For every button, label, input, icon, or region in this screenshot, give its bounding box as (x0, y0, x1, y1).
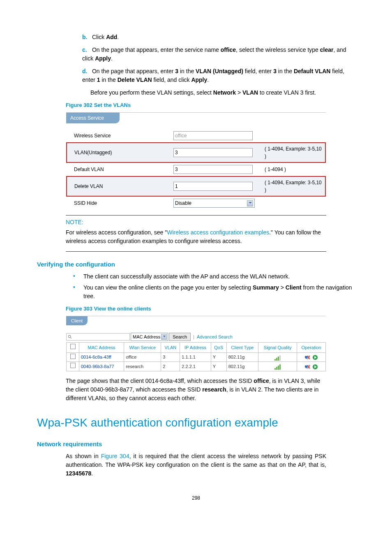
svg-point-0 (68, 335, 71, 338)
t: , select the wireless service type (236, 46, 320, 53)
col-wlan[interactable]: Wlan Service (124, 343, 161, 353)
t: For wireless access configuration, see " (66, 229, 167, 236)
select-all-checkbox[interactable] (70, 344, 76, 349)
b: 1 (97, 76, 100, 83)
divider (66, 215, 326, 216)
col-op[interactable]: Operation (297, 343, 326, 353)
step-marker: d. (82, 67, 90, 76)
row-label: VLAN(Untagged) (67, 143, 171, 162)
svg-line-1 (70, 337, 71, 338)
col-ctype[interactable]: Client Type (226, 343, 258, 353)
cell-ip: 2.2.2.1 (180, 362, 211, 371)
b: Apply (95, 55, 111, 62)
cell-svc: office (124, 352, 161, 362)
b: research (202, 386, 226, 393)
cell-vlan: 2 (161, 362, 180, 371)
default-vlan-input[interactable]: 3 (173, 165, 253, 174)
ordered-steps: b. Click Add. c. On the page that appear… (82, 33, 355, 84)
cell-type: 802.11g (226, 362, 258, 371)
advanced-search-link[interactable]: Advanced Search (197, 334, 233, 341)
b: 3 (273, 68, 277, 74)
figure-303-caption: Figure 303 View the online clients (66, 305, 355, 313)
verify-list: The client can successfully associate wi… (73, 272, 355, 301)
table-row: 0014-6c8a-43ff office 3 1.1.1.1 Y 802.11… (67, 352, 326, 362)
t: . (111, 55, 113, 62)
disconnect-icon[interactable] (304, 355, 310, 360)
t: field, and click (152, 76, 191, 83)
row-label: SSID Hide (67, 196, 171, 210)
svg-rect-2 (305, 356, 308, 358)
col-qos[interactable]: QoS (211, 343, 226, 353)
list-item: The client can successfully associate wi… (73, 272, 355, 281)
disconnect-icon[interactable] (304, 364, 310, 369)
chevron-down-icon (163, 336, 166, 337)
t: . (207, 76, 209, 83)
ssid-hide-select[interactable]: Disable (173, 199, 255, 208)
note-body: For wireless access configuration, see "… (66, 228, 326, 246)
search-input[interactable] (66, 333, 130, 341)
step-d-note: Before you perform these VLAN settings, … (90, 88, 355, 97)
row-checkbox[interactable] (70, 354, 76, 359)
row-checkbox[interactable] (70, 363, 76, 368)
search-button[interactable]: Search (169, 333, 191, 341)
figure-302: Access Service Wireless Service office V… (66, 112, 326, 210)
t: The page shows that the client 0014-6c8a… (66, 378, 254, 384)
step-marker: b. (82, 33, 90, 42)
cell-svc: research (124, 362, 161, 371)
divider (66, 251, 326, 252)
mac-link[interactable]: 0014-6c8a-43ff (81, 355, 111, 359)
t: in the (178, 68, 196, 74)
signal-icon (274, 354, 281, 361)
vlan-untagged-input[interactable]: 3 (173, 148, 253, 157)
mac-link[interactable]: 0040-96b3-8a77 (81, 364, 114, 369)
col-vlan[interactable]: VLAN (161, 343, 180, 353)
wireless-service-input[interactable]: office (173, 131, 253, 140)
t: On the page that appears, enter (92, 68, 175, 74)
step-b: b. Click Add. (82, 33, 355, 42)
delete-vlan-input[interactable]: 1 (173, 182, 253, 191)
col-ip[interactable]: IP Address (180, 343, 211, 353)
t: The client can successfully associate wi… (83, 273, 290, 280)
search-icon (68, 335, 72, 339)
b: VLAN (242, 89, 258, 96)
network-req-paragraph: As shown in Figure 304, it is required t… (66, 452, 326, 478)
t: > (236, 89, 242, 96)
search-field-select[interactable]: MAC Address (131, 333, 168, 341)
vlan-settings-table: Wireless Service office VLAN(Untagged) 3… (66, 129, 326, 210)
t: in the (277, 68, 294, 74)
t: . (91, 470, 93, 477)
list-item: You can view the online clients on the p… (73, 283, 355, 301)
step-text: Click (92, 34, 106, 40)
b: Summary (253, 284, 279, 291)
step-marker: c. (82, 46, 90, 54)
row-label: Delete VLAN (67, 176, 171, 196)
b: Default VLAN (294, 68, 330, 74)
row-hint: ( 1-4094, Example: 3-5,10 ) (262, 143, 325, 162)
b: VLAN (Untagged) (196, 68, 243, 74)
wpa-psk-heading: Wpa-PSK authentication configuration exa… (37, 414, 355, 431)
row-label: Wireless Service (67, 129, 171, 143)
cell-vlan: 3 (161, 352, 180, 362)
svg-rect-3 (306, 358, 307, 359)
step-bold: Add (106, 34, 117, 40)
refresh-icon[interactable] (312, 355, 318, 360)
wireless-examples-link[interactable]: Wireless access configuration examples (167, 229, 269, 236)
cell-type: 802.11g (226, 352, 258, 362)
figure-304-link[interactable]: Figure 304 (101, 453, 129, 459)
table-row: 0040-96b3-8a77 research 2 2.2.2.1 Y 802.… (67, 362, 326, 371)
b: Apply (191, 76, 207, 83)
t: field, enter (243, 68, 273, 74)
access-service-tab[interactable]: Access Service (66, 113, 120, 123)
col-mac[interactable]: MAC Address (79, 343, 124, 353)
client-table: MAC Address Wlan Service VLAN IP Address… (66, 342, 326, 371)
col-signal[interactable]: Signal Quality (258, 343, 297, 353)
client-tab[interactable]: Client (66, 316, 88, 326)
cell-qos: Y (211, 352, 226, 362)
t: to create VLAN 3 first. (258, 89, 316, 96)
t: On the page that appears, enter the serv… (92, 46, 221, 53)
row-hint (262, 129, 325, 143)
figure-303: Client MAC Address Search | Advanced Sea… (66, 315, 326, 372)
row-label: Default VLAN (67, 162, 171, 176)
refresh-icon[interactable] (312, 364, 318, 370)
figure-302-caption: Figure 302 Set the VLANs (66, 101, 355, 109)
